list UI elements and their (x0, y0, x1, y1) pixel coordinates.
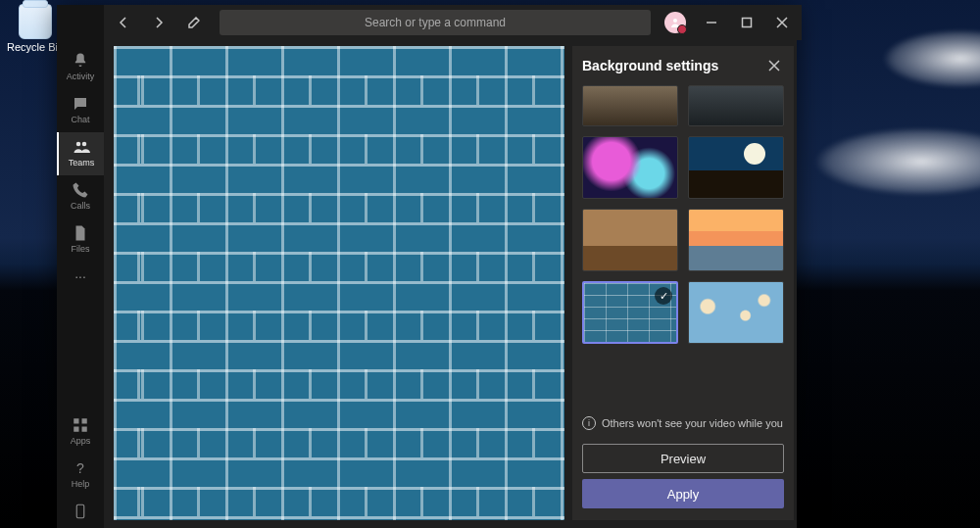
svg-point-1 (82, 142, 87, 147)
svg-rect-8 (743, 19, 752, 27)
minimize-icon (706, 17, 717, 28)
close-icon (768, 60, 780, 72)
title-bar: Search or type a command (104, 5, 802, 40)
svg-point-0 (76, 142, 81, 147)
back-button[interactable] (108, 9, 139, 36)
content-area: Background settings ✓ (104, 40, 802, 528)
window-minimize-button[interactable] (696, 9, 727, 36)
apply-button[interactable]: Apply (582, 479, 784, 508)
phone-icon (72, 181, 89, 199)
chat-icon (72, 95, 89, 113)
compose-icon (188, 17, 200, 28)
rail-item-teams[interactable]: Teams (57, 132, 104, 175)
rail-label: Chat (71, 115, 89, 124)
main-area: Search or type a command (104, 5, 802, 528)
background-settings-panel: Background settings ✓ (572, 46, 794, 520)
file-icon (72, 224, 89, 242)
teams-app-window: Activity Chat Teams Calls Files ··· Apps… (57, 5, 797, 528)
bg-thumb-toy-clouds[interactable] (688, 281, 784, 344)
person-icon (669, 17, 681, 28)
rail-label: Activity (67, 72, 95, 81)
rail-label: Calls (71, 201, 90, 211)
search-input[interactable]: Search or type a command (220, 10, 651, 35)
svg-rect-2 (74, 418, 78, 423)
window-maximize-button[interactable] (731, 9, 762, 36)
rail-label: Teams (69, 158, 95, 168)
svg-rect-3 (82, 418, 87, 423)
panel-title: Background settings (582, 58, 718, 73)
rail-label: Help (72, 479, 90, 489)
window-close-button[interactable] (766, 9, 798, 36)
preview-button[interactable]: Preview (582, 444, 784, 473)
apps-icon (72, 416, 89, 434)
rail-item-calls[interactable]: Calls (57, 175, 104, 218)
bg-thumb-autumn-street[interactable] (582, 209, 678, 271)
bg-thumb-galaxy-nebula[interactable] (582, 136, 678, 199)
chevron-right-icon (153, 17, 165, 28)
rail-item-more[interactable]: ··· (57, 262, 104, 293)
ellipsis-icon: ··· (72, 267, 89, 285)
recycle-bin-icon (19, 4, 52, 39)
user-avatar[interactable] (664, 12, 686, 33)
bg-thumb-blue-brick-wall[interactable]: ✓ (582, 281, 678, 344)
rail-item-apps[interactable]: Apps (57, 410, 104, 454)
recycle-bin-label: Recycle Bin (6, 41, 65, 53)
rail-item-device[interactable] (57, 497, 104, 528)
wallpaper-cloud (813, 127, 980, 196)
rail-label: Files (71, 244, 89, 254)
background-thumb-grid: ✓ (582, 85, 784, 344)
rail-item-files[interactable]: Files (57, 218, 104, 262)
checkmark-icon: ✓ (655, 287, 672, 305)
rail-label: Apps (71, 436, 91, 446)
device-icon (72, 503, 89, 520)
panel-info-text: Others won't see your video while you pr… (602, 417, 784, 429)
preview-button-label: Preview (661, 452, 706, 466)
forward-button[interactable] (143, 9, 174, 36)
panel-info-note: i Others won't see your video while you … (582, 416, 784, 430)
rail-item-activity[interactable]: Activity (57, 46, 104, 89)
compose-button[interactable] (178, 9, 210, 36)
search-placeholder: Search or type a command (365, 16, 506, 29)
video-preview (114, 46, 564, 520)
wallpaper-cloud (882, 29, 980, 88)
recycle-bin-desktop-icon[interactable]: Recycle Bin (6, 4, 65, 53)
bell-icon (72, 52, 89, 70)
help-icon: ? (72, 459, 89, 477)
rail-item-help[interactable]: ? Help (57, 454, 104, 497)
bg-thumb-mountain-dark[interactable] (688, 85, 784, 126)
info-icon: i (582, 416, 596, 430)
nav-rail: Activity Chat Teams Calls Files ··· Apps… (57, 5, 104, 528)
bg-thumb-moon-cliff[interactable] (688, 136, 784, 199)
bg-thumb-village-alley[interactable] (582, 85, 678, 126)
svg-rect-5 (82, 427, 87, 432)
maximize-icon (741, 17, 753, 28)
svg-rect-6 (76, 504, 84, 518)
rail-item-chat[interactable]: Chat (57, 89, 104, 132)
svg-point-7 (673, 19, 677, 23)
teams-icon (73, 138, 90, 156)
panel-close-button[interactable] (764, 56, 784, 75)
apply-button-label: Apply (667, 487, 700, 502)
svg-rect-4 (74, 427, 78, 432)
preview-background-brick-offset (114, 46, 564, 520)
close-icon (776, 17, 788, 28)
chevron-left-icon (118, 17, 129, 28)
bg-thumb-sunset-person[interactable] (688, 209, 784, 271)
